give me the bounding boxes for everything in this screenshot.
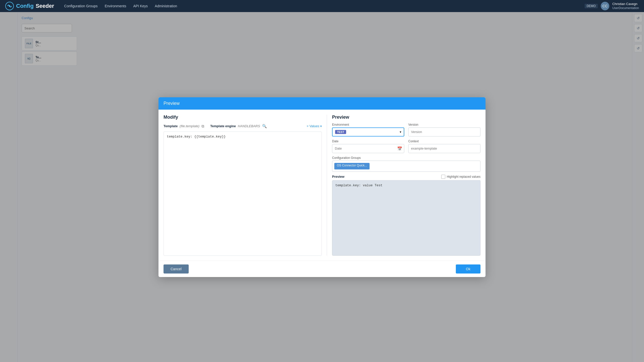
- nav-links: Configuration Groups Environments API Ke…: [64, 4, 177, 8]
- navbar: ConfigSeeder Configuration Groups Enviro…: [0, 0, 644, 12]
- date-group: Date 📅: [332, 140, 404, 153]
- nav-api-keys[interactable]: API Keys: [133, 4, 148, 8]
- environment-select[interactable]: TEST ▾: [332, 127, 404, 137]
- nav-configuration-groups[interactable]: Configuration Groups: [64, 4, 98, 8]
- highlight-label: Highlight replaced values: [447, 175, 480, 178]
- brand-config: Config: [16, 3, 34, 9]
- panel-divider: [327, 115, 327, 256]
- config-group-tag: OS Connector Quick...: [334, 163, 370, 169]
- context-input[interactable]: [408, 144, 480, 153]
- config-groups-label: Configuration Groups: [332, 156, 480, 160]
- avatar: CC: [601, 2, 609, 10]
- date-input[interactable]: [332, 144, 404, 153]
- preview-section: Preview Highlight replaced values templa…: [332, 175, 480, 256]
- template-bar: Template (file.template) ⧉ Template engi…: [164, 124, 322, 128]
- preview-section-title: Preview: [332, 115, 480, 120]
- date-context-row: Date 📅 Context: [332, 140, 480, 153]
- cancel-button[interactable]: Cancel: [164, 264, 189, 274]
- preview-output-label: Preview: [332, 175, 344, 178]
- user-name: Christian Cavegn: [612, 2, 639, 6]
- nav-environments[interactable]: Environments: [105, 4, 126, 8]
- modal-overlay: Preview Modify Template (file.template) …: [0, 12, 644, 362]
- highlight-checkbox[interactable]: [441, 175, 445, 179]
- code-editor[interactable]: template.key: {{template.key}}: [164, 131, 322, 256]
- navbar-right: DEMO CC Christian Cavegn UserDocumentati…: [585, 2, 639, 10]
- environment-label: Environment: [332, 123, 404, 126]
- brand-logo: ConfigSeeder: [5, 2, 54, 11]
- svg-point-1: [9, 5, 10, 7]
- ok-button[interactable]: Ok: [456, 264, 480, 274]
- dropdown-chevron-icon: ▾: [400, 130, 401, 134]
- modal-body: Modify Template (file.template) ⧉ Templa…: [158, 110, 486, 261]
- preview-output-box: template.key: value Test: [332, 180, 480, 256]
- calendar-icon[interactable]: 📅: [397, 146, 402, 151]
- context-group: Context: [408, 140, 480, 153]
- modal-right-panel: Preview Environment TEST ▾ Version: [332, 115, 480, 256]
- version-group: Version: [408, 123, 480, 137]
- modify-section-title: Modify: [164, 115, 322, 120]
- modal-title: Preview: [164, 101, 180, 106]
- values-button[interactable]: + Values ▾: [307, 124, 322, 128]
- copy-icon[interactable]: ⧉: [202, 124, 204, 128]
- preview-header: Preview Highlight replaced values: [332, 175, 480, 179]
- template-label: Template: [164, 124, 178, 128]
- date-label: Date: [332, 140, 404, 143]
- user-role: UserDocumentation: [612, 6, 639, 10]
- user-info: Christian Cavegn UserDocumentation: [612, 2, 639, 10]
- config-groups-section: Configuration Groups OS Connector Quick.…: [332, 156, 480, 172]
- search-icon[interactable]: 🔍: [262, 124, 267, 128]
- highlight-checkbox-group[interactable]: Highlight replaced values: [441, 175, 480, 179]
- environment-group: Environment TEST ▾: [332, 123, 404, 137]
- engine-value: HANDLEBARS: [238, 124, 260, 128]
- context-label: Context: [408, 140, 480, 143]
- date-input-wrapper: 📅: [332, 144, 404, 153]
- template-value: (file.template): [180, 124, 199, 128]
- demo-badge: DEMO: [585, 4, 598, 8]
- environment-badge: TEST: [335, 130, 346, 134]
- version-label: Version: [408, 123, 480, 126]
- modal-left-panel: Modify Template (file.template) ⧉ Templa…: [164, 115, 322, 256]
- modal-header: Preview: [158, 97, 486, 110]
- modal-footer: Cancel Ok: [158, 261, 486, 277]
- logo-icon: [5, 2, 14, 11]
- chevron-down-icon: ▾: [320, 124, 322, 128]
- preview-modal: Preview Modify Template (file.template) …: [158, 97, 486, 277]
- engine-label: Template engine: [210, 124, 236, 128]
- version-input[interactable]: [408, 127, 480, 137]
- config-groups-box[interactable]: OS Connector Quick...: [332, 161, 480, 172]
- brand-seeder: Seeder: [36, 3, 54, 9]
- env-version-row: Environment TEST ▾ Version: [332, 123, 480, 137]
- nav-administration[interactable]: Administration: [155, 4, 177, 8]
